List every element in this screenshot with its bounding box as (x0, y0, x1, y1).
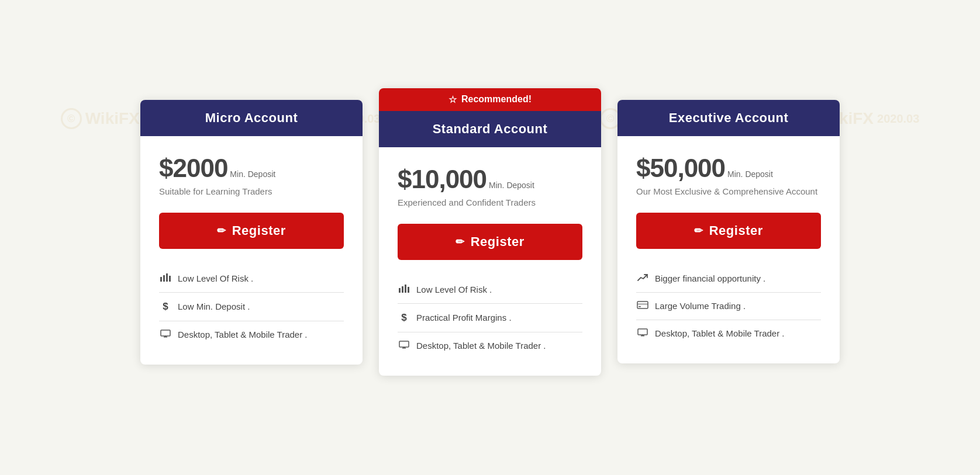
standard-description: Experienced and Confident Traders (398, 197, 582, 207)
recommended-label: Recommended! (461, 94, 532, 105)
executive-feature-2: Large Volume Trading . (655, 301, 746, 311)
micro-register-button[interactable]: ✏ Register (159, 213, 344, 249)
executive-price-row: $50,000 Min. Deposit (636, 154, 821, 183)
recommended-bar: ☆ Recommended! (379, 88, 601, 111)
list-item: Bigger financial opportunity . (636, 265, 821, 292)
micro-account-card: Micro Account $2000 Min. Deposit Suitabl… (140, 100, 363, 365)
executive-price-sub: Min. Deposit (727, 169, 773, 179)
svg-rect-11 (399, 341, 409, 347)
svg-rect-3 (169, 276, 171, 282)
dollar-icon: $ (398, 312, 410, 324)
executive-description: Our Most Exclusive & Comprehensive Accou… (636, 186, 821, 196)
standard-feature-list: Low Level Of Risk . $ Practical Profit M… (398, 276, 582, 359)
dollar-icon: $ (159, 301, 172, 313)
svg-rect-7 (399, 288, 401, 293)
monitor-icon (636, 328, 649, 339)
svg-rect-9 (405, 285, 406, 293)
standard-price-main: $10,000 (398, 165, 486, 194)
standard-register-button[interactable]: ✏ Register (398, 224, 582, 260)
pencil-icon: ✏ (217, 224, 226, 237)
svg-rect-18 (641, 335, 644, 337)
list-item: $ Practical Profit Margins . (398, 303, 582, 332)
micro-feature-1: Low Level Of Risk . (178, 273, 253, 283)
micro-register-label: Register (232, 223, 286, 238)
pricing-cards: Micro Account $2000 Min. Deposit Suitabl… (129, 77, 851, 399)
executive-register-label: Register (709, 223, 763, 238)
micro-price-row: $2000 Min. Deposit (159, 154, 344, 183)
executive-account-card: Executive Account $50,000 Min. Deposit O… (617, 100, 840, 363)
svg-rect-19 (642, 335, 643, 335)
pencil-icon: ✏ (456, 235, 465, 248)
trend-up-icon (636, 273, 649, 284)
micro-feature-list: Low Level Of Risk . $ Low Min. Deposit . (159, 265, 344, 348)
executive-feature-3: Desktop, Tablet & Mobile Trader . (655, 328, 785, 338)
standard-account-card: ☆ Recommended! Standard Account $10,000 … (379, 88, 601, 376)
list-item: Low Level Of Risk . (159, 265, 344, 292)
svg-rect-6 (165, 336, 166, 337)
list-item: Low Level Of Risk . (398, 276, 582, 303)
list-item: $ Low Min. Deposit . (159, 292, 344, 321)
svg-rect-17 (638, 329, 647, 335)
list-item: Desktop, Tablet & Mobile Trader . (636, 320, 821, 347)
star-icon: ☆ (448, 94, 457, 105)
standard-price-row: $10,000 Min. Deposit (398, 165, 582, 194)
svg-rect-4 (161, 330, 170, 336)
executive-price-main: $50,000 (636, 154, 725, 183)
executive-card-header: Executive Account (617, 100, 840, 136)
svg-rect-0 (160, 277, 162, 282)
list-item: Desktop, Tablet & Mobile Trader . (398, 332, 582, 359)
list-item: Desktop, Tablet & Mobile Trader . (159, 321, 344, 348)
svg-rect-15 (637, 303, 648, 305)
micro-feature-3: Desktop, Tablet & Mobile Trader . (178, 330, 308, 339)
svg-rect-10 (408, 287, 409, 293)
executive-feature-list: Bigger financial opportunity . Large Vol… (636, 265, 821, 347)
svg-rect-5 (164, 337, 167, 338)
standard-card-header: Standard Account (379, 111, 601, 147)
svg-rect-8 (402, 286, 403, 293)
svg-rect-12 (402, 348, 406, 349)
micro-description: Suitable for Learning Traders (159, 186, 344, 196)
monitor-icon (398, 341, 410, 351)
credit-card-icon (636, 301, 649, 311)
bar-chart-icon (159, 273, 172, 284)
standard-feature-2: Practical Profit Margins . (416, 313, 512, 323)
standard-feature-3: Desktop, Tablet & Mobile Trader . (416, 341, 546, 351)
micro-price-sub: Min. Deposit (230, 169, 275, 179)
standard-feature-1: Low Level Of Risk . (416, 285, 492, 294)
svg-rect-1 (163, 275, 165, 282)
standard-price-sub: Min. Deposit (489, 181, 534, 190)
monitor-icon (159, 330, 172, 340)
pencil-icon: ✏ (694, 224, 703, 237)
list-item: Large Volume Trading . (636, 292, 821, 320)
executive-card-body: $50,000 Min. Deposit Our Most Exclusive … (617, 136, 840, 363)
standard-card-body: $10,000 Min. Deposit Experienced and Con… (379, 147, 601, 376)
svg-rect-2 (166, 273, 168, 282)
standard-register-label: Register (471, 234, 524, 249)
micro-price-main: $2000 (159, 154, 227, 183)
svg-rect-13 (403, 347, 405, 348)
micro-card-body: $2000 Min. Deposit Suitable for Learning… (140, 136, 363, 365)
micro-card-header: Micro Account (140, 100, 363, 136)
executive-register-button[interactable]: ✏ Register (636, 213, 821, 249)
executive-feature-1: Bigger financial opportunity . (655, 273, 765, 283)
bar-chart-icon (398, 285, 410, 295)
svg-rect-16 (639, 306, 641, 307)
micro-feature-2: Low Min. Deposit . (178, 301, 250, 311)
